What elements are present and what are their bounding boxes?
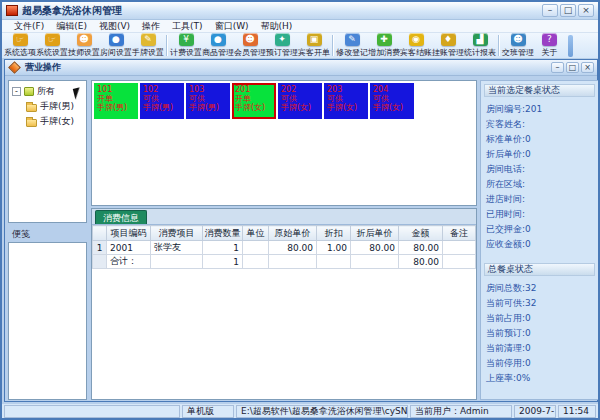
tab-strip: 消费信息 [92,209,476,225]
child-close-button[interactable]: × [581,62,594,73]
menu-window[interactable]: 窗口(W) [209,20,255,33]
handcard-tile-102[interactable]: 102 可供 手牌(男) [140,83,184,119]
status-field-elapsed-time: 已用时间: [486,207,593,222]
technician-icon: ☻ [77,33,92,46]
menu-tools[interactable]: 工具(T) [166,20,209,33]
handcard-tile-103[interactable]: 103 可供 手牌(男) [186,83,230,119]
toolbar-button-booking-management[interactable]: ✦ 预订管理 [266,33,298,58]
business-operations-window: 营业操作 – □ × - 所有 手牌(男) 手牌(女) [4,59,598,402]
statusbar-data-path: E:\超易软件\超易桑拿洗浴休闲管理\cySNXYData.sys [236,405,408,418]
bill-icon: ▣ [307,33,322,46]
status-field-area: 所在区域: [486,177,593,192]
status-field-room-phone: 房间电话: [486,162,593,177]
toolbar-button-member-management[interactable]: ☻ 会员管理 [234,33,266,58]
chart-icon: ▟ [473,33,488,46]
handcard-tile-202[interactable]: 202 可供 手牌(女) [278,83,322,119]
moneybag-icon: ♦ [441,33,456,46]
toolbar-separator [166,35,168,56]
close-button[interactable]: × [578,4,594,17]
memo-label: 便笺 [12,228,30,241]
booking-icon: ✦ [275,33,290,46]
consumption-table: 项目编码 消费项目 消费数量 单位 原始单价 折扣 折后单价 金额 备注 1 2… [92,225,476,269]
menu-help[interactable]: 帮助(H) [255,20,299,33]
handcard-tree: - 所有 手牌(男) 手牌(女) [8,80,87,223]
toolbar-button-goods-management[interactable]: ● 商品管理 [202,33,234,58]
tree-item-label: 手牌(女) [40,115,74,128]
tree-item-handcard-female[interactable]: 手牌(女) [9,114,86,129]
menu-operation[interactable]: 操作 [136,20,166,33]
status-field-total-rooms: 房间总数:32 [486,281,593,296]
toolbar-button-guest-checkout[interactable]: ◉ 宾客结账 [400,33,432,58]
overall-seat-status-header: 总餐桌状态 [484,263,595,276]
plus-icon: ✚ [377,33,392,46]
toolbar-button-billing-settings[interactable]: ¥ 计费设置 [170,33,202,58]
goods-icon: ● [211,33,226,46]
menu-edit[interactable]: 编辑(E) [50,20,93,33]
tree-item-handcard-male[interactable]: 手牌(男) [9,99,86,114]
table-total-row: 合计： 1 80.00 [93,255,476,269]
handcard-tiles-area: 101 开单 手牌(男) 102 可供 手牌(男) 103 可供 手牌(男) 2… [91,80,477,206]
pen-icon: ✎ [141,33,156,46]
minimize-button[interactable]: – [542,4,558,17]
statusbar-current-user: 当前用户：Admin [410,405,512,418]
toolbar-button-system-settings[interactable]: ☞ 系统设置 [36,33,68,58]
toolbar-button-guest-open-bill[interactable]: ▣ 宾客开单 [298,33,330,58]
toolbar-button-about[interactable]: ? 关于 [534,33,565,58]
toolbar: ☞ 系统选项 ☞ 系统设置 ☻ 技师设置 ● 房间设置 ✎ 手牌设置 ¥ 计费设… [2,33,598,59]
money-icon: ¥ [179,33,194,46]
selected-seat-status-header: 当前选定餐桌状态 [484,84,595,97]
status-field-disabled: 当前停用:0 [486,356,593,371]
consumption-panel: 消费信息 项目编码 消费项目 消费数量 单位 原始单价 折扣 [91,208,477,400]
toolbar-button-room-settings[interactable]: ● 房间设置 [100,33,132,58]
tab-consumption-info[interactable]: 消费信息 [95,210,147,224]
child-window-title: 营业操作 [25,61,549,74]
toolbar-overflow-handle[interactable] [568,35,573,57]
status-bar: 单机版 E:\超易软件\超易桑拿洗浴休闲管理\cySNXYData.sys 当前… [2,404,598,419]
handcard-tile-101[interactable]: 101 开单 手牌(男) [94,83,138,119]
statusbar-date: 2009-7-1 [514,405,556,418]
toolbar-button-technician-settings[interactable]: ☻ 技师设置 [68,33,100,58]
toolbar-button-handcard-settings[interactable]: ✎ 手牌设置 [132,33,164,58]
pointing-hand-icon: ☞ [45,33,60,46]
notes-icon [24,87,34,96]
menu-view[interactable]: 视图(V) [93,20,136,33]
toolbar-button-add-consumption[interactable]: ✚ 增加消费 [368,33,400,58]
child-window-body: - 所有 手牌(男) 手牌(女) 便笺 101 开单 [5,77,597,401]
statusbar-time: 11:54 [558,405,596,418]
child-title-bar: 营业操作 – □ × [5,60,597,76]
menu-file[interactable]: 文件(F) [8,20,50,33]
people-icon: ☻ [511,33,526,46]
status-field-guest-name: 宾客姓名: [486,117,593,132]
handcard-tile-204[interactable]: 204 可供 手牌(女) [370,83,414,119]
child-maximize-button[interactable]: □ [566,62,579,73]
folder-icon [26,104,37,112]
business-operations-icon [8,61,21,74]
tree-expander-icon[interactable]: - [12,87,21,96]
status-field-standard-price: 标准单价:0 [486,132,593,147]
toolbar-button-shift-management[interactable]: ☻ 交班管理 [502,33,534,58]
status-field-discounted-price: 折后单价:0 [486,147,593,162]
handcard-tile-203[interactable]: 203 可供 手牌(女) [324,83,368,119]
coin-icon: ◉ [409,33,424,46]
toolbar-button-credit-management[interactable]: ♦ 挂账管理 [432,33,464,58]
member-icon: ☻ [243,33,258,46]
status-field-room-number: 房间编号:201 [486,102,593,117]
question-icon: ? [542,33,557,46]
status-field-reserved: 当前预订:0 [486,326,593,341]
handcard-tile-201-selected[interactable]: 201 开单 手牌(女) [232,83,276,119]
room-icon: ● [109,33,124,46]
pointing-hand-icon: ☞ [13,33,28,46]
title-bar: 超易桑拿洗浴休闲管理 – □ × [2,2,598,20]
maximize-button[interactable]: □ [560,4,576,17]
table-row[interactable]: 1 2001 张学友 1 80.00 1.00 80.00 80.00 [93,241,476,255]
folder-icon [26,119,37,127]
status-field-occupied: 当前占用:0 [486,311,593,326]
toolbar-button-statistics-report[interactable]: ▟ 统计报表 [464,33,496,58]
app-icon [6,5,18,16]
toolbar-separator [332,35,334,56]
child-minimize-button[interactable]: – [551,62,564,73]
toolbar-button-system-options[interactable]: ☞ 系统选项 [4,33,36,58]
toolbar-button-modify-registration[interactable]: ✎ 修改登记 [336,33,368,58]
edit-icon: ✎ [345,33,360,46]
memo-box[interactable] [8,242,87,400]
